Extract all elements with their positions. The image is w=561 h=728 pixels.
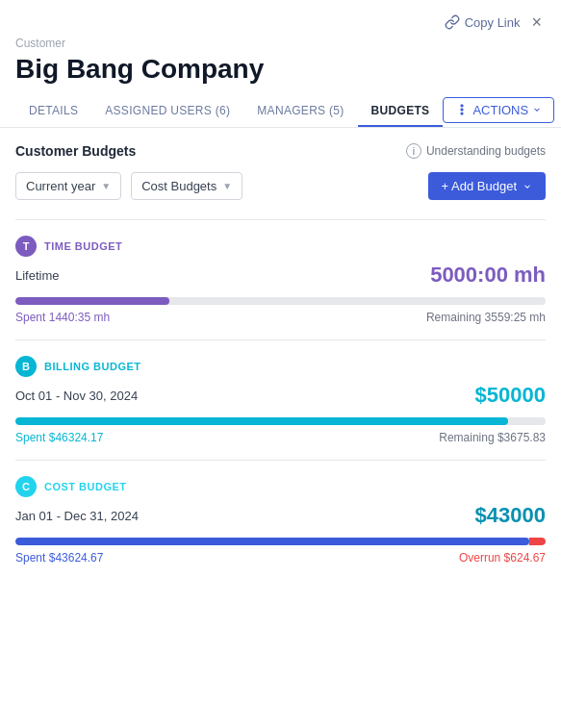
link-icon bbox=[445, 14, 460, 30]
understanding-budgets-link[interactable]: i Understanding budgets bbox=[406, 143, 546, 159]
time-budget-type-row: T TIME BUDGET bbox=[15, 236, 546, 257]
budget-type-filter[interactable]: Cost Budgets ▼ bbox=[131, 172, 242, 200]
billing-progress-fill bbox=[15, 417, 508, 425]
cost-budget-card: C COST BUDGET Jan 01 - Dec 31, 2024 $430… bbox=[15, 460, 546, 580]
add-budget-button[interactable]: + Add Budget bbox=[428, 172, 546, 200]
copy-link-button[interactable]: Copy Link bbox=[445, 14, 521, 30]
tab-assigned-users[interactable]: ASSIGNED USERS (6) bbox=[91, 96, 243, 127]
actions-chevron-icon bbox=[532, 105, 542, 114]
cost-budget-period: Jan 01 - Dec 31, 2024 bbox=[15, 509, 139, 523]
cost-spent-label: Spent $43624.67 bbox=[15, 551, 103, 565]
main-panel: Copy Link × Customer Big Bang Company DE… bbox=[0, 0, 561, 728]
billing-budget-period: Oct 01 - Nov 30, 2024 bbox=[15, 389, 138, 403]
time-budget-main: Lifetime 5000:00 mh bbox=[15, 263, 546, 288]
cost-budget-icon: C bbox=[15, 476, 37, 497]
cost-budget-label: COST BUDGET bbox=[44, 481, 127, 492]
add-budget-chevron-icon bbox=[523, 182, 532, 191]
time-budget-label: TIME BUDGET bbox=[44, 240, 122, 252]
time-progress-bar bbox=[15, 297, 546, 305]
billing-budget-label: BILLING BUDGET bbox=[44, 361, 141, 372]
tab-details[interactable]: DETAILS bbox=[15, 96, 91, 127]
time-budget-amount: 5000:00 mh bbox=[430, 263, 546, 288]
customer-label: Customer bbox=[15, 37, 546, 50]
time-progress-fill bbox=[15, 297, 169, 305]
svg-point-2 bbox=[462, 113, 464, 114]
tab-budgets[interactable]: BUDGETS bbox=[358, 96, 444, 127]
company-name: Big Bang Company bbox=[15, 54, 546, 85]
budget-type-chevron-icon: ▼ bbox=[222, 181, 232, 191]
main-content: Customer Budgets i Understanding budgets… bbox=[0, 128, 561, 595]
svg-point-0 bbox=[462, 105, 464, 107]
time-budget-stats: Spent 1440:35 mh Remaining 3559:25 mh bbox=[15, 311, 546, 324]
billing-progress-bar bbox=[15, 417, 546, 425]
billing-spent-label: Spent $46324.17 bbox=[15, 431, 103, 444]
cost-budget-stats: Spent $43624.67 Overrun $624.67 bbox=[15, 551, 546, 565]
cost-progress-bar bbox=[15, 538, 546, 545]
time-budget-card: T TIME BUDGET Lifetime 5000:00 mh Spent … bbox=[15, 219, 546, 339]
info-icon: i bbox=[406, 143, 421, 159]
billing-budget-stats: Spent $46324.17 Remaining $3675.83 bbox=[15, 431, 546, 444]
time-spent-label: Spent 1440:35 mh bbox=[15, 311, 110, 324]
svg-point-1 bbox=[462, 109, 464, 111]
billing-budget-amount: $50000 bbox=[475, 383, 546, 408]
time-budget-icon: T bbox=[15, 236, 37, 257]
tabs-bar: DETAILS ASSIGNED USERS (6) MANAGERS (5) … bbox=[15, 96, 546, 127]
cost-budget-type-row: C COST BUDGET bbox=[15, 476, 546, 497]
billing-budget-main: Oct 01 - Nov 30, 2024 $50000 bbox=[15, 383, 546, 408]
time-remaining-label: Remaining 3559:25 mh bbox=[426, 311, 546, 324]
year-filter[interactable]: Current year ▼ bbox=[15, 172, 121, 200]
section-title: Customer Budgets bbox=[15, 143, 136, 159]
actions-icon bbox=[455, 103, 469, 116]
filters-row: Current year ▼ Cost Budgets ▼ + Add Budg… bbox=[15, 172, 546, 200]
billing-remaining-label: Remaining $3675.83 bbox=[439, 431, 546, 444]
close-button[interactable]: × bbox=[527, 12, 546, 33]
panel-header: Copy Link × Customer Big Bang Company DE… bbox=[0, 0, 561, 128]
billing-budget-card: B BILLING BUDGET Oct 01 - Nov 30, 2024 $… bbox=[15, 339, 546, 460]
cost-overrun-label: Overrun $624.67 bbox=[459, 551, 546, 565]
section-header: Customer Budgets i Understanding budgets bbox=[15, 143, 546, 159]
billing-budget-icon: B bbox=[15, 356, 37, 377]
cost-budget-main: Jan 01 - Dec 31, 2024 $43000 bbox=[15, 503, 546, 528]
cost-progress-fill bbox=[15, 538, 529, 545]
year-chevron-icon: ▼ bbox=[101, 181, 111, 191]
top-bar: Copy Link × bbox=[15, 12, 546, 33]
cost-budget-amount: $43000 bbox=[475, 503, 546, 528]
time-budget-period: Lifetime bbox=[15, 268, 60, 283]
billing-budget-type-row: B BILLING BUDGET bbox=[15, 356, 546, 377]
cost-overrun-fill bbox=[529, 538, 546, 545]
actions-button[interactable]: ACTIONS bbox=[443, 97, 554, 123]
tab-managers[interactable]: MANAGERS (5) bbox=[243, 96, 357, 127]
